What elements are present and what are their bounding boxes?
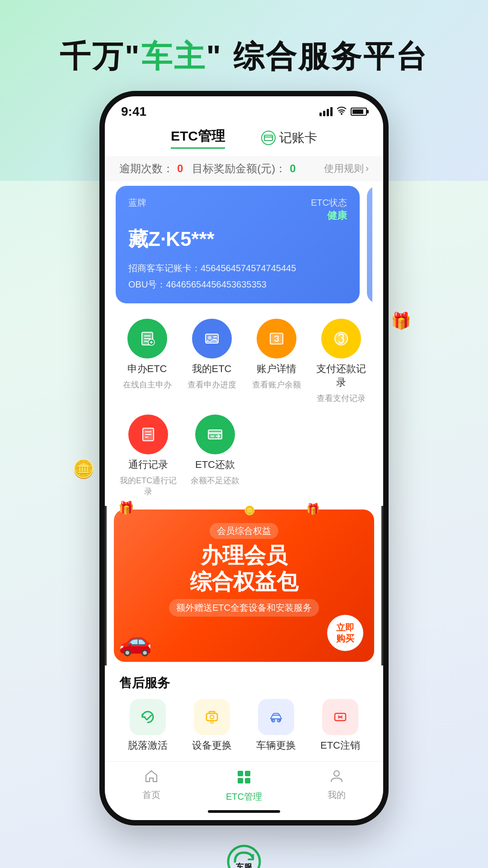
header-account[interactable]: 记账卡 <box>261 129 317 146</box>
card-header: 蓝牌 ETC状态 健康 <box>128 197 347 222</box>
phone-mockup: 🪙 🎁 9:41 <box>99 91 389 826</box>
promo-coin-1: 🪙 <box>244 505 255 516</box>
etc-card-1[interactable]: 蓝牌 ETC状态 健康 藏Z·K5*** 招商客车记账卡：45645645745… <box>116 186 360 303</box>
my-etc-label: 我的ETC <box>192 362 232 376</box>
my-etc-icon <box>192 319 232 359</box>
nav-etc-manage[interactable]: ETC管理 <box>197 769 290 803</box>
apply-etc-label: 申办ETC <box>127 362 167 376</box>
functions-row2: 通行记录 我的ETC通行记录 ETC还款 余额不足还款 <box>105 415 383 506</box>
svg-rect-23 <box>206 713 217 721</box>
traffic-record-label: 通行记录 <box>128 458 168 472</box>
svg-point-10 <box>208 336 211 340</box>
reward-value: 0 <box>290 162 296 175</box>
card-info: 招商客车记账卡：4564564574574745445 OBU号：4646565… <box>128 260 347 292</box>
promo-cta-button[interactable]: 立即购买 <box>327 615 363 651</box>
account-card-icon <box>261 131 276 145</box>
cards-scroll: 蓝牌 ETC状态 健康 藏Z·K5*** 招商客车记账卡：45645645745… <box>116 186 372 303</box>
svg-point-24 <box>210 715 214 719</box>
apply-etc-sublabel: 在线自主申办 <box>123 379 172 390</box>
account-detail-icon <box>257 319 296 359</box>
func-traffic-record[interactable]: 通行记录 我的ETC通行记录 <box>119 415 177 497</box>
traffic-record-sublabel: 我的ETC通行记录 <box>119 475 177 497</box>
promo-title-line1: 办理会员 <box>125 542 363 569</box>
as-car-replace[interactable]: 车辆更换 <box>248 699 305 752</box>
etc-card-2-partial[interactable]: 蓝牌 渝K <box>367 186 372 303</box>
etc-manage-nav-label: ETC管理 <box>226 791 262 803</box>
svg-point-37 <box>334 771 339 776</box>
usage-rule-link[interactable]: 使用规则 › <box>324 162 369 175</box>
card-account: 招商客车记账卡：4564564574574745445 <box>128 260 347 276</box>
my-etc-sublabel: 查看申办进度 <box>188 379 236 390</box>
gifts-decoration: 🎁 <box>391 311 411 636</box>
promo-tag: 会员综合权益 <box>210 523 278 539</box>
reactivate-label: 脱落激活 <box>128 739 168 752</box>
after-sales-section: 售后服务 脱落激活 <box>105 665 383 761</box>
as-device-replace[interactable]: 设备更换 <box>183 699 240 752</box>
card-plate: 藏Z·K5*** <box>128 226 347 253</box>
promo-decoration-right: 🎁 <box>306 503 320 515</box>
battery-icon <box>351 108 367 116</box>
overdue-value: 0 <box>177 162 183 175</box>
tab-etc-manage[interactable]: ETC管理 <box>171 127 225 149</box>
svg-rect-33 <box>238 771 243 776</box>
svg-rect-36 <box>245 778 250 783</box>
as-etc-cancel[interactable]: ETC注销 <box>312 699 369 752</box>
as-reactivate[interactable]: 脱落激活 <box>119 699 176 752</box>
promo-title-line2: 综合权益包 <box>125 569 363 595</box>
home-bar <box>208 810 280 813</box>
after-sales-grid: 脱落激活 设备更换 <box>119 699 369 752</box>
payment-record-label: 支付还款记录 <box>313 362 369 389</box>
account-detail-sublabel: 查看账户余额 <box>252 379 301 390</box>
func-payment-record[interactable]: 支付还款记录 查看支付记录 <box>313 319 369 404</box>
home-nav-icon <box>144 769 159 787</box>
status-icons <box>319 106 367 118</box>
home-indicator <box>105 807 383 820</box>
tab-account[interactable]: 记账卡 <box>279 129 317 146</box>
nav-mine[interactable]: 我的 <box>291 769 383 803</box>
func-account-detail[interactable]: 账户详情 查看账户余额 <box>249 319 304 404</box>
svg-rect-35 <box>238 778 243 783</box>
device-replace-icon <box>194 699 230 735</box>
car-replace-label: 车辆更换 <box>256 739 296 752</box>
payment-record-sublabel: 查看支付记录 <box>317 393 366 404</box>
etc-manage-nav-icon <box>236 769 252 789</box>
svg-rect-34 <box>245 771 250 776</box>
etc-repay-icon <box>195 415 235 454</box>
cards-section: 蓝牌 ETC状态 健康 藏Z·K5*** 招商客车记账卡：45645645745… <box>105 181 383 308</box>
mine-nav-icon <box>329 769 344 787</box>
svg-text:车服: 车服 <box>236 862 253 868</box>
func-my-etc[interactable]: 我的ETC 查看申办进度 <box>184 319 239 404</box>
etc-repay-sublabel: 余额不足还款 <box>191 475 239 486</box>
promo-decoration-left: 🎁 <box>118 500 134 515</box>
wifi-icon <box>336 106 347 118</box>
functions-grid: 申办ETC 在线自主申办 我的ETC 查看申办进度 <box>105 308 383 415</box>
func-etc-repay[interactable]: ETC还款 余额不足还款 <box>186 415 244 497</box>
signal-icon <box>319 107 333 116</box>
svg-rect-0 <box>264 135 272 141</box>
app-header: ETC管理 记账卡 <box>105 123 383 156</box>
status-time: 9:41 <box>121 104 146 119</box>
coins-decoration: 🪙 <box>72 458 95 654</box>
apply-etc-icon <box>127 319 167 359</box>
promo-car-decoration: 🚗 <box>118 625 152 657</box>
promo-banner[interactable]: 🎁 🎁 🪙 会员综合权益 办理会员 综合权益包 额外赠送ETC全套设备和安装服务… <box>105 509 383 662</box>
phone-frame: 9:41 ETC管理 <box>99 91 389 826</box>
hero-title: 千万"车主" 综合服务平台 <box>60 36 428 77</box>
payment-record-icon <box>321 319 361 359</box>
svg-rect-21 <box>211 435 214 437</box>
brand-logo: 车服 易行易行车服 YIXING CHEFU <box>195 844 293 868</box>
svg-rect-19 <box>208 430 222 439</box>
card-status-value: 健康 <box>327 209 347 222</box>
card-obu: OBU号：46465654456453635353 <box>128 276 347 292</box>
promo-note: 额外赠送ETC全套设备和安装服务 <box>169 599 319 617</box>
status-bar: 9:41 <box>105 96 383 123</box>
mine-nav-label: 我的 <box>328 789 346 801</box>
account-detail-label: 账户详情 <box>257 362 296 376</box>
traffic-record-icon <box>128 415 168 454</box>
etc-repay-label: ETC还款 <box>195 458 235 472</box>
nav-home[interactable]: 首页 <box>105 769 197 803</box>
promo-inner: 🎁 🎁 🪙 会员综合权益 办理会员 综合权益包 额外赠送ETC全套设备和安装服务… <box>114 509 374 662</box>
brand-icon: 车服 <box>226 844 262 868</box>
after-sales-title: 售后服务 <box>119 675 369 692</box>
func-apply-etc[interactable]: 申办ETC 在线自主申办 <box>119 319 175 404</box>
